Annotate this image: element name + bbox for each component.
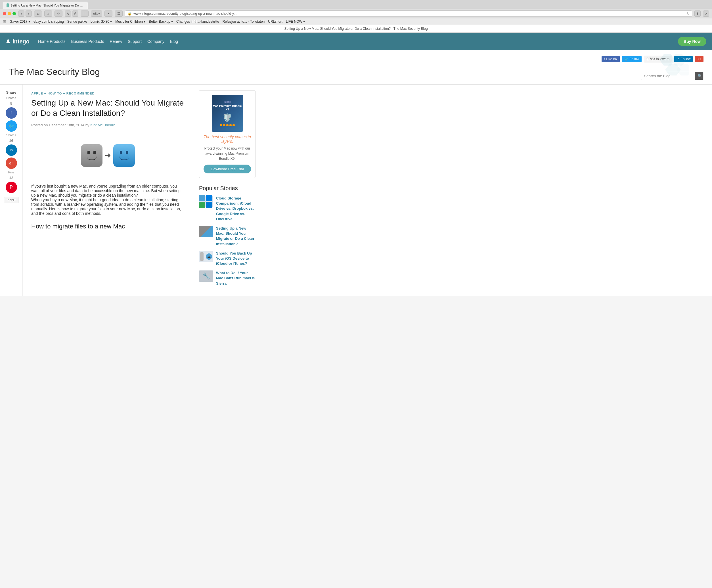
article-title: Setting Up a New Mac: Should You Migrate… xyxy=(31,98,185,119)
pinterest-share-button[interactable]: P xyxy=(6,182,17,193)
mac-eyes xyxy=(87,151,96,154)
story-link-cloud[interactable]: Cloud Storage Comparison: iCloud Drive v… xyxy=(216,196,256,222)
shares-16-label: Shares xyxy=(6,133,16,137)
minimize-button[interactable] xyxy=(8,12,11,15)
bookmark-item[interactable]: Lumix GX80 ▾ xyxy=(90,20,112,24)
popular-title: Popular Stories xyxy=(199,185,256,192)
reader-button[interactable]: ☰ xyxy=(115,10,123,17)
share-browser-button[interactable]: ↗ xyxy=(703,10,709,17)
refresh-button[interactable]: ↻ xyxy=(687,12,690,16)
browser-chrome: Setting Up a New Mac: Should You Migrate… xyxy=(0,0,712,33)
bookmark-item[interactable]: LIFE NOW ▾ xyxy=(286,20,305,24)
facebook-icon: f xyxy=(604,57,605,61)
pins-label: Pins xyxy=(8,171,14,174)
nav-links: Home Products Business Products Renew Su… xyxy=(38,39,678,44)
font-large-button[interactable]: A xyxy=(72,10,78,17)
advertisement: intego Mac Premium Bundle X9 🛡️ The best… xyxy=(199,90,256,178)
download-trial-button[interactable]: Download Free Trial xyxy=(204,165,251,173)
ios-device-icon xyxy=(200,252,204,261)
bookmark-item[interactable]: URLshort xyxy=(268,20,283,24)
pins-count: 12 xyxy=(9,176,13,180)
search-button[interactable]: 🔍 xyxy=(695,72,704,80)
tab-bar: Setting Up a New Mac: Should You Migrate… xyxy=(0,0,712,9)
list-item: Setting Up a New Mac: Should You Migrate… xyxy=(199,226,256,247)
print-button[interactable]: PRINT xyxy=(4,197,18,203)
back-button[interactable]: ‹ xyxy=(18,10,24,17)
ad-tagline: The best security comes in layers. xyxy=(204,134,251,144)
linkedin-share-button[interactable]: in xyxy=(6,144,17,156)
bookmark-item[interactable]: ebay comb shipping xyxy=(34,20,64,24)
facebook-like-button[interactable]: f Like 8K xyxy=(602,56,619,62)
logo-icon: ♟ xyxy=(6,38,10,45)
bookmark-button[interactable]: ☆ xyxy=(55,10,62,17)
address-bar[interactable]: 🔒 www.intego.com/mac-security-blog/setti… xyxy=(125,10,692,17)
product-shield-icon: 🛡️ xyxy=(212,113,243,122)
story-link-migrate[interactable]: Setting Up a New Mac: Should You Migrate… xyxy=(216,226,256,247)
nav-company[interactable]: Company xyxy=(147,39,164,44)
bookmark-item[interactable]: Refusjon av to... - Tolletaten xyxy=(223,20,265,24)
lastfm-button[interactable]: ⚬ xyxy=(104,10,113,17)
ebay-button[interactable]: eBay xyxy=(91,10,102,17)
site-navigation: ♟ intego Home Products Business Products… xyxy=(0,33,712,50)
ad-description: Protect your Mac now with our award-winn… xyxy=(204,146,251,161)
left-eye-blue xyxy=(120,151,122,154)
grid-button[interactable]: ⋮⋮ xyxy=(81,10,88,17)
forward-button[interactable]: › xyxy=(25,10,32,17)
product-box-content: intego Mac Premium Bundle X9 🛡️ xyxy=(212,101,243,126)
story-link-ios[interactable]: Should You Back Up Your iOS Device to iC… xyxy=(216,251,256,267)
font-small-button[interactable]: A xyxy=(65,10,71,17)
url-text: www.intego.com/mac-security-blog/setting… xyxy=(134,12,685,16)
nav-home-products[interactable]: Home Products xyxy=(38,39,65,44)
social-bar: f Like 8K 🐦 Follow 9,783 followers in Fo… xyxy=(8,56,704,62)
left-eye xyxy=(87,151,90,154)
icloud-icon xyxy=(199,195,205,201)
nav-business-products[interactable]: Business Products xyxy=(71,39,104,44)
googleplus-share-button[interactable]: g+ xyxy=(6,158,17,169)
bookmark-item[interactable]: Sende pakke xyxy=(67,20,87,24)
author-link[interactable]: Kirk McElhearn xyxy=(90,123,115,127)
story-thumb-sierra: 🔧 xyxy=(199,270,213,282)
maximize-button[interactable] xyxy=(13,12,16,15)
twitter-follow-button[interactable]: 🐦 Follow xyxy=(622,56,642,62)
view-toggle-button[interactable]: ⊞ xyxy=(34,10,42,17)
dropbox-icon xyxy=(206,195,212,201)
bookmark-item[interactable]: Music for Children ▾ xyxy=(115,20,145,24)
buy-now-button[interactable]: Buy Now xyxy=(678,37,706,46)
blog-title: The Mac Security Blog xyxy=(8,67,100,77)
browser-tab[interactable]: Setting Up a New Mac: Should You Migrate… xyxy=(3,2,88,9)
main-content: Share Shares 5 f 🐦 Shares 16 in g+ Pins … xyxy=(0,85,712,296)
bookmark-item[interactable]: Changes in th...-kundestøtte xyxy=(176,20,219,24)
close-button[interactable] xyxy=(3,12,6,15)
bookmarks-toggle[interactable]: ⊞ xyxy=(3,19,6,24)
bookmark-item[interactable]: Gaver 2017 ▾ xyxy=(9,20,30,24)
mac-smile-blue xyxy=(119,156,129,160)
story-link-sierra[interactable]: What to Do if Your Mac Can't Run macOS S… xyxy=(216,270,256,286)
article-body-1: If you've just bought a new Mac, and you… xyxy=(31,184,185,197)
googleplus-button[interactable]: +1 xyxy=(695,56,704,62)
shares-5-count: 5 xyxy=(10,101,12,106)
mac-smile xyxy=(87,156,97,160)
tw-follow-label: Follow xyxy=(630,57,639,61)
share-label: Share xyxy=(6,90,16,94)
download-button[interactable]: ⬇ xyxy=(694,10,700,17)
migration-illustration: ➜ xyxy=(81,133,135,178)
migration-arrow: ➜ xyxy=(105,151,111,160)
logo-text: intego xyxy=(13,38,29,45)
list-item: ☁ Should You Back Up Your iOS Device to … xyxy=(199,251,256,267)
site-logo[interactable]: ♟ intego xyxy=(6,38,29,45)
nav-renew[interactable]: Renew xyxy=(109,39,122,44)
article-category: APPLE + HOW TO + RECOMMENDED xyxy=(31,92,185,95)
facebook-share-button[interactable]: f xyxy=(6,107,17,119)
cloud-symbol: ☁ xyxy=(206,253,212,260)
tab-favicon xyxy=(6,3,9,7)
nav-support[interactable]: Support xyxy=(128,39,142,44)
twitter-share-button[interactable]: 🐦 xyxy=(6,120,17,132)
page-title-text: Setting Up a New Mac: Should You Migrate… xyxy=(284,27,428,30)
new-mac-icon xyxy=(113,144,135,167)
svg-marker-3 xyxy=(676,64,689,76)
page-title-bar: Setting Up a New Mac: Should You Migrate… xyxy=(0,25,712,33)
nav-blog[interactable]: Blog xyxy=(170,39,178,44)
home-button[interactable]: ⌂ xyxy=(44,10,52,17)
bookmark-item[interactable]: Better Backup ▾ xyxy=(149,20,173,24)
product-image: intego Mac Premium Bundle X9 🛡️ xyxy=(212,95,243,132)
